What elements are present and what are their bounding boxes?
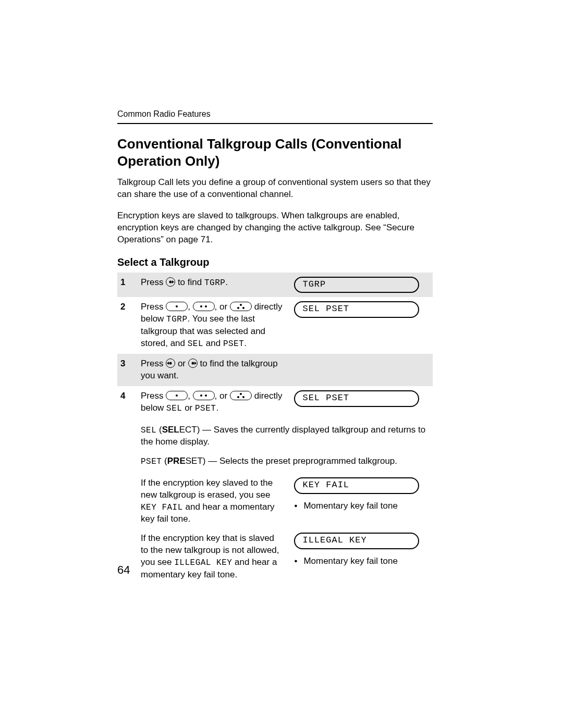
keyfail-row: If the encryption key slaved to the new …: [117, 472, 433, 529]
step-text: Press , , or directly below TGRP. You se…: [141, 297, 294, 354]
display-cell: SEL PSET: [294, 297, 433, 354]
illegal-bullet: Momentary key fail tone: [294, 556, 429, 567]
step-text: Press to find TGRP.: [141, 273, 294, 298]
subheading: Select a Talkgroup: [117, 256, 433, 268]
step-row-2: 2 Press , , or directly below TGRP. You …: [117, 297, 433, 354]
intro-paragraph-1: Talkgroup Call lets you define a group o…: [117, 177, 433, 201]
display-cell: TGRP: [294, 273, 433, 298]
illegal-text: If the encryption key that is slaved to …: [141, 529, 294, 585]
lcd-display: KEY FAIL: [294, 477, 419, 494]
step-number: 4: [117, 386, 141, 419]
softkey-one-dot-icon: [166, 391, 188, 400]
illegal-row: If the encryption key that is slaved to …: [117, 529, 433, 585]
step-row-3: 3 Press or to find the talkgroup you wan…: [117, 354, 433, 386]
steps-table: 1 Press to find TGRP. TGRP 2 Press , , o…: [117, 273, 433, 585]
keyfail-bullet: Momentary key fail tone: [294, 500, 429, 512]
page-title: Conventional Talkgroup Calls (Convention…: [117, 135, 433, 169]
display-cell: SEL PSET: [294, 386, 433, 419]
softkey-three-dot-icon: [230, 391, 252, 400]
softkey-two-dot-icon: [193, 302, 215, 311]
intro-paragraph-2: Encryption keys are slaved to talkgroups…: [117, 210, 433, 246]
step-text: Press or to find the talkgroup you want.: [141, 354, 294, 386]
softkey-two-dot-icon: [193, 391, 215, 400]
pset-description-row: PSET (PRESET) — Selects the preset prepr…: [117, 452, 433, 472]
header-rule: [117, 123, 433, 124]
step-row-1: 1 Press to find TGRP. TGRP: [117, 273, 433, 298]
softkey-three-dot-icon: [230, 302, 252, 311]
document-page: Common Radio Features Conventional Talkg…: [0, 0, 563, 728]
lcd-display: SEL PSET: [294, 301, 419, 318]
keyfail-text: If the encryption key slaved to the new …: [141, 472, 294, 529]
pset-description: PSET (PRESET) — Selects the preset prepr…: [141, 452, 433, 472]
step-row-4: 4 Press , , or directly below SEL or PSE…: [117, 386, 433, 419]
nav-right-icon: [166, 277, 175, 287]
section-header: Common Radio Features: [117, 109, 433, 119]
lcd-display: ILLEGAL KEY: [294, 533, 419, 549]
lcd-display: SEL PSET: [294, 390, 419, 407]
step-number: 1: [117, 273, 141, 298]
sel-description-row: SEL (SELECT) — Saves the currently displ…: [117, 419, 433, 453]
page-number: 64: [117, 563, 130, 577]
nav-left-icon: [166, 359, 175, 368]
step-text: Press , , or directly below SEL or PSET.: [141, 386, 294, 419]
step-number: 3: [117, 354, 141, 386]
lcd-display: TGRP: [294, 277, 419, 293]
nav-right-icon: [188, 359, 198, 368]
softkey-one-dot-icon: [166, 302, 188, 311]
step-number: 2: [117, 297, 141, 354]
sel-description: SEL (SELECT) — Saves the currently displ…: [141, 419, 433, 453]
